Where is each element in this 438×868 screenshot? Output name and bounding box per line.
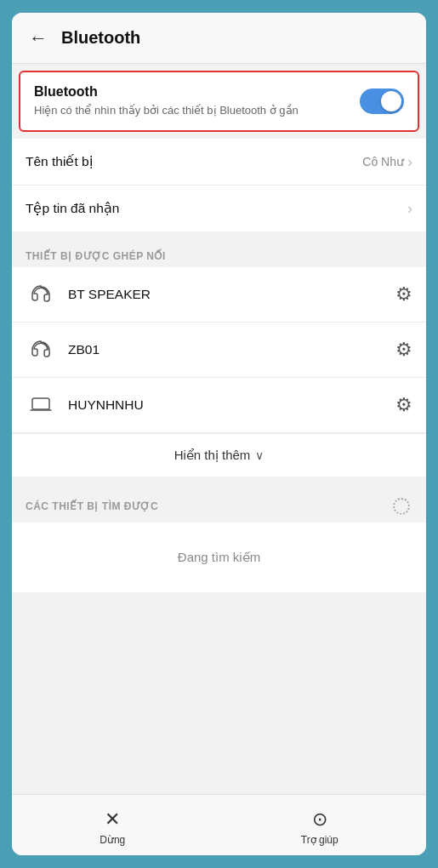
device-name-value-group: Cô Như › <box>362 154 412 169</box>
help-label: Trợ giúp <box>301 834 338 846</box>
settings-icon[interactable]: ⚙ <box>395 394 412 416</box>
bluetooth-toggle-title: Bluetooth <box>34 84 350 100</box>
loading-spinner <box>393 498 410 515</box>
header: ← Bluetooth <box>12 13 426 64</box>
laptop-icon <box>26 390 56 420</box>
paired-section: THIẾT BỊ ĐƯỢC GHÉP NỐI BT SPEAKER ⚙ <box>12 238 426 477</box>
bluetooth-toggle-description: Hiện có thể nhìn thấy bởi các thiết bị B… <box>34 103 350 118</box>
device-name-zb01: ZB01 <box>68 342 395 357</box>
show-more-chevron-icon: ∨ <box>255 448 264 462</box>
device-name-huynhnhu: HUYNHNHU <box>68 397 395 413</box>
searching-text: Đang tìm kiếm <box>12 523 426 592</box>
stop-label: Dừng <box>100 834 125 846</box>
list-item[interactable]: HUYNHNHU ⚙ <box>12 378 426 433</box>
bluetooth-toggle-text: Bluetooth Hiện có thể nhìn thấy bởi các … <box>34 84 350 118</box>
paired-section-label: THIẾT BỊ ĐƯỢC GHÉP NỐI <box>12 238 426 267</box>
toggle-slider <box>360 89 404 114</box>
discovered-section-label: CÁC THIẾT BỊ TÌM ĐƯỢC <box>26 500 158 512</box>
stop-icon: ✕ <box>105 808 120 831</box>
discovered-devices-list: Đang tìm kiếm <box>12 523 426 592</box>
help-icon: ⊙ <box>312 808 327 831</box>
device-name-bt-speaker: BT SPEAKER <box>68 287 395 302</box>
show-more-label: Hiển thị thêm <box>174 448 251 463</box>
paired-devices-list: BT SPEAKER ⚙ ZB01 ⚙ <box>12 267 426 477</box>
back-icon: ← <box>29 27 48 49</box>
received-files-chevron-icon: › <box>407 201 412 216</box>
back-button[interactable]: ← <box>26 29 51 48</box>
device-name-row[interactable]: Tên thiết bị Cô Như › <box>12 139 426 186</box>
phone-frame: ← Bluetooth Bluetooth Hiện có thể nhìn t… <box>12 13 426 855</box>
page-title: Bluetooth <box>61 28 140 48</box>
device-name-label: Tên thiết bị <box>26 154 93 169</box>
received-files-label: Tệp tin đã nhận <box>26 201 119 216</box>
device-name-value: Cô Như <box>362 155 404 168</box>
received-files-row[interactable]: Tệp tin đã nhận › <box>12 186 426 231</box>
discovered-section: CÁC THIẾT BỊ TÌM ĐƯỢC Đang tìm kiếm <box>12 483 426 592</box>
settings-icon[interactable]: ⚙ <box>395 283 412 306</box>
bottom-nav: ✕ Dừng ⊙ Trợ giúp <box>12 794 426 855</box>
bluetooth-toggle-switch[interactable] <box>360 89 404 114</box>
svg-rect-0 <box>32 398 49 409</box>
received-files-chevron-group: › <box>407 201 412 216</box>
content-area: Bluetooth Hiện có thể nhìn thấy bởi các … <box>12 64 426 794</box>
stop-nav-item[interactable]: ✕ Dừng <box>100 808 125 846</box>
settings-icon[interactable]: ⚙ <box>395 339 412 361</box>
help-nav-item[interactable]: ⊙ Trợ giúp <box>301 808 338 846</box>
list-item[interactable]: BT SPEAKER ⚙ <box>12 267 426 323</box>
spinner-icon <box>390 495 412 517</box>
bluetooth-toggle-card[interactable]: Bluetooth Hiện có thể nhìn thấy bởi các … <box>19 71 419 132</box>
headphone-icon <box>26 279 56 310</box>
list-item[interactable]: ZB01 ⚙ <box>12 323 426 378</box>
device-name-chevron-icon: › <box>407 154 412 169</box>
show-more-row[interactable]: Hiển thị thêm ∨ <box>12 433 426 477</box>
discovered-header: CÁC THIẾT BỊ TÌM ĐƯỢC <box>12 483 426 523</box>
headphone-icon <box>26 334 56 365</box>
device-info-section: Tên thiết bị Cô Như › Tệp tin đã nhận › <box>12 139 426 231</box>
